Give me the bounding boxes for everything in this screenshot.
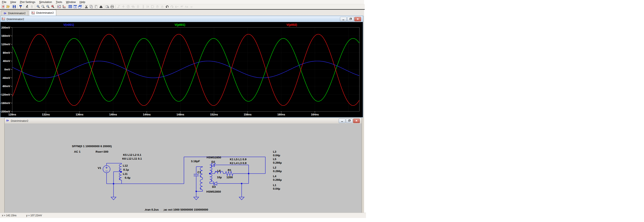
schematic-text: L5 xyxy=(273,158,276,161)
zoom-in-icon[interactable] xyxy=(36,5,40,9)
zoom-out-icon[interactable] xyxy=(46,5,50,9)
toolbar-separator xyxy=(83,5,83,9)
schematic-window-icon xyxy=(6,119,9,123)
find-icon[interactable] xyxy=(98,5,104,9)
tab-label: Diskriminator2 xyxy=(36,11,54,14)
zoom-full-icon[interactable] xyxy=(50,5,55,9)
run-icon[interactable] xyxy=(24,5,30,9)
new-schematic-icon[interactable] xyxy=(1,5,6,9)
menu-file[interactable]: File xyxy=(0,0,8,4)
schematic-icon xyxy=(4,12,7,15)
waveform-window-close-button[interactable] xyxy=(354,17,361,21)
print-preview-icon[interactable] xyxy=(105,5,110,9)
schematic-text: ;ac oct 1000 50000000 150000000 xyxy=(163,208,208,211)
zoom-back-icon[interactable] xyxy=(40,5,46,9)
tab-diskriminator2-2[interactable]: Diskriminator2 xyxy=(29,10,56,16)
x-tick-label: 132ns xyxy=(42,113,50,116)
y-tick-label: 40mV xyxy=(3,60,10,62)
schematic-text: 10µ xyxy=(217,176,222,179)
status-bar: x = 142.15ns y = 107.22mV xyxy=(0,213,366,218)
y-tick-label: 160mV xyxy=(1,34,10,38)
waveform-plot-area[interactable]: 200mV160mV120mV80mV40mV0mV-40mV-80mV-120… xyxy=(0,22,363,116)
tile-vertical-icon[interactable] xyxy=(73,5,78,9)
diode-D2 xyxy=(212,163,214,166)
y-tick-label: -40mV xyxy=(2,76,10,80)
schematic-text: 3.18pF xyxy=(191,160,200,163)
schematic-text: 0.4µ xyxy=(125,176,130,179)
ground-symbol xyxy=(239,197,244,200)
halt-icon xyxy=(30,5,34,9)
junction-dot xyxy=(196,191,197,192)
junction-dot xyxy=(241,183,242,184)
menu-help[interactable]: Help xyxy=(78,0,87,4)
schematic-window-close-button[interactable] xyxy=(353,118,360,123)
tile-horizontal-icon[interactable] xyxy=(68,5,73,9)
schematic-window-titlebar[interactable]: Diskriminator2 xyxy=(5,118,362,124)
label-net-icon: A xyxy=(126,5,131,9)
x-tick-label: 164ns xyxy=(311,113,319,116)
ground-symbol xyxy=(111,197,116,200)
menu-plot-settings[interactable]: Plot Settings xyxy=(18,0,37,4)
copy-icon[interactable] xyxy=(89,5,94,9)
x-tick-label: 152ns xyxy=(210,113,218,116)
schematic-text: 0.266µ xyxy=(273,170,282,173)
inductor-coil xyxy=(210,165,212,173)
schematic-text: K5 L12 L2 0.1 xyxy=(123,153,142,156)
print-icon[interactable] xyxy=(110,5,114,9)
waveform-window: Diskriminator2 200mV160mV120mV80mV40mV0m… xyxy=(0,16,363,118)
control-panel-icon[interactable] xyxy=(18,5,23,9)
undo-icon[interactable] xyxy=(165,5,170,9)
schematic-text: C1 xyxy=(198,170,201,174)
waveform-window-minimize-button[interactable] xyxy=(340,17,347,21)
move-icon xyxy=(155,5,160,9)
paste-icon xyxy=(94,5,98,9)
status-x-readout: x = 142.15ns xyxy=(2,214,16,217)
save-icon[interactable] xyxy=(12,5,17,9)
capacitor-C1 xyxy=(194,174,199,176)
status-y-readout: y = 107.22mV xyxy=(26,214,42,217)
junction-dot xyxy=(248,173,249,174)
rotate-icon: E xyxy=(179,5,184,9)
menu-simulation[interactable]: Simulation xyxy=(37,0,54,4)
svg-text:Aa: Aa xyxy=(185,5,188,8)
schematic-text: 0.04µ xyxy=(273,154,280,157)
junction-dot xyxy=(113,183,114,184)
toolbar: AEEAa.op xyxy=(0,4,365,10)
capacitor-icon xyxy=(136,5,140,9)
schematic-text: L2 xyxy=(273,166,276,169)
waveform-window-title: Diskriminator2 xyxy=(6,18,24,21)
open-icon[interactable] xyxy=(6,5,10,9)
svg-text:.op: .op xyxy=(190,6,192,8)
schematic-window-minimize-button[interactable] xyxy=(339,118,346,123)
schematic-text: SFFM(0 1 100000000 6 20000) xyxy=(72,144,112,148)
menu-window[interactable]: Window xyxy=(64,0,78,4)
cut-icon[interactable] xyxy=(84,5,89,9)
schematic-text: D3 xyxy=(212,185,216,188)
waveform-window-restore-button[interactable] xyxy=(347,17,354,21)
schematic-text: .tran 0.2us xyxy=(144,208,159,211)
schematic-text: Rser=300 xyxy=(96,150,108,153)
schematic-text: 0.04µ xyxy=(273,187,280,190)
toolbar-separator xyxy=(115,5,116,9)
diode-icon xyxy=(145,5,150,9)
schematic-canvas[interactable]: SFFM(0 1 100000000 6 20000)AC 1Rser=300K… xyxy=(5,124,362,212)
inductor-coil xyxy=(119,172,122,180)
menu-bar: FileViewPlot SettingsSimulationToolsWind… xyxy=(0,0,364,4)
waveform-window-titlebar[interactable]: Diskriminator2 xyxy=(0,16,363,22)
mirror-icon: E xyxy=(174,5,179,9)
menu-tools[interactable]: Tools xyxy=(54,0,64,4)
menu-view[interactable]: View xyxy=(8,0,18,4)
plot-settings-icon[interactable] xyxy=(57,5,62,9)
component-icon xyxy=(150,5,155,9)
trace-label-V(n001): V(n001) xyxy=(64,23,74,26)
autorange-icon[interactable] xyxy=(62,5,66,9)
schematic-text: HSMS2850 xyxy=(206,156,221,159)
schematic-window-restore-button[interactable] xyxy=(346,118,353,123)
tab-diskriminator2-1[interactable]: Diskriminator2 xyxy=(1,10,28,16)
schematic-window: Diskriminator2 SFFM(0 1 100000000 6 2000… xyxy=(4,118,362,214)
schematic-text: 0.1µ xyxy=(123,168,129,171)
toolbar-separator xyxy=(104,5,104,9)
spice-directive-icon: .op xyxy=(189,5,194,9)
x-tick-label: 140ns xyxy=(109,113,117,116)
cascade-icon[interactable] xyxy=(78,5,82,9)
